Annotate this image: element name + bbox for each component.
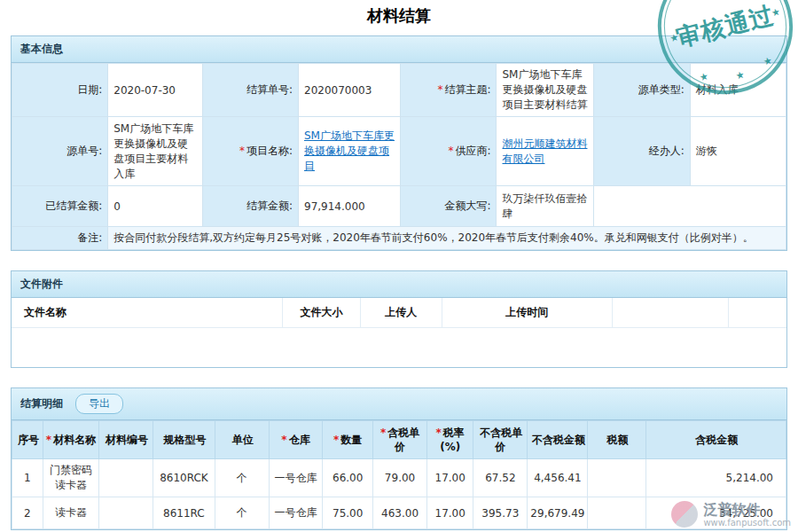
- info-row-2: 源单号: SM广场地下车库更换摄像机及硬盘项目主要材料入库 *项目名称: SM广…: [12, 117, 786, 186]
- cell-warehouse: 一号仓库: [269, 459, 323, 497]
- cell-tax-rate: 17.00: [427, 497, 473, 529]
- field-label-amount-caps: 金额大写:: [401, 186, 497, 227]
- field-value-date: 2020-07-30: [108, 64, 203, 117]
- brand-name: 泛普软件: [703, 501, 791, 518]
- attachments-empty-area: [12, 328, 786, 367]
- field-label-settled-amount: 已结算金额:: [12, 186, 108, 227]
- cell-spec-model: 8610RCK: [153, 459, 215, 497]
- brand-watermark: 泛普软件 www.fanpusoft.com: [671, 501, 791, 528]
- col-amount-taxed: 含税金额: [645, 421, 786, 459]
- cell-material-name: 读卡器: [43, 497, 98, 529]
- cell-tax-amount: [588, 497, 645, 529]
- cell-seq: 2: [12, 497, 43, 529]
- attachments-header-row: 文件名称 文件大小 上传人 上传时间: [12, 298, 786, 328]
- col-tax-rate: *税率(%): [427, 421, 473, 459]
- details-table: 序号 *材料名称 材料编号 规格型号 单位 *仓库 *数量 *含税单价 *税率(…: [12, 420, 786, 529]
- field-value-supplier: 潮州元顺建筑材料有限公司: [497, 117, 594, 186]
- col-material-name: *材料名称: [43, 421, 98, 459]
- col-spec-model: 规格型号: [153, 421, 215, 459]
- field-value-source-no: SM广场地下车库更换摄像机及硬盘项目主要材料入库: [108, 117, 203, 186]
- cell-quantity: 66.00: [323, 459, 373, 497]
- export-button[interactable]: 导出: [75, 394, 123, 414]
- cell-unit: 个: [215, 497, 269, 529]
- col-uploader: 上传人: [360, 298, 442, 328]
- info-row-1: 日期: 2020-07-30 结算单号: 2020070003 *结算主题: S…: [12, 64, 786, 117]
- field-value-settle-no: 2020070003: [299, 64, 401, 117]
- field-value-amount-caps: 玖万柒仟玖佰壹拾肆: [497, 186, 594, 227]
- col-upload-time: 上传时间: [442, 298, 612, 328]
- cell-spec-model: 8611RC: [153, 497, 215, 529]
- field-label-settle-no: 结算单号:: [202, 64, 298, 117]
- cell-tax-amount: [588, 459, 645, 497]
- cell-material-name: 门禁密码读卡器: [43, 459, 98, 497]
- field-label-handler: 经办人:: [594, 117, 690, 186]
- cell-amount-untaxed: 29,679.49: [528, 497, 588, 529]
- col-file-size: 文件大小: [283, 298, 360, 328]
- attachments-table: 文件名称 文件大小 上传人 上传时间: [12, 298, 786, 328]
- info-row-remark: 备注: 按合同付款分段结算,双方约定每月25号对账，2020年春节前支付60%，…: [12, 227, 786, 250]
- field-label-supplier: *供应商:: [401, 117, 497, 186]
- details-header: 结算明细 导出: [12, 388, 786, 420]
- info-row-3: 已结算金额: 0 结算金额: 97,914.000 金额大写: 玖万柒仟玖佰壹拾…: [12, 186, 786, 227]
- field-value-handler: 游恢: [690, 117, 786, 186]
- field-value-settle-topic: SM广场地下车库更换摄像机及硬盘项目主要材料结算: [497, 64, 594, 117]
- basic-info-title: 基本信息: [20, 42, 63, 57]
- col-empty-2: [728, 298, 786, 328]
- basic-info-table: 日期: 2020-07-30 结算单号: 2020070003 *结算主题: S…: [12, 63, 786, 250]
- attachments-section: 文件附件 文件名称 文件大小 上传人 上传时间: [11, 270, 787, 368]
- field-label-settle-amount: 结算金额:: [202, 186, 298, 227]
- cell-amount-taxed: 5,214.00: [645, 459, 786, 497]
- field-value-settled-amount: 0: [108, 186, 203, 227]
- col-material-code: 材料编号: [99, 421, 153, 459]
- field-label-remark: 备注:: [12, 227, 108, 250]
- col-empty-1: [612, 298, 728, 328]
- field-label-settle-topic: *结算主题:: [401, 64, 497, 117]
- cell-amount-untaxed: 4,456.41: [528, 459, 588, 497]
- cell-warehouse: 一号仓库: [269, 497, 323, 529]
- cell-price-untaxed: 395.73: [473, 497, 528, 529]
- field-label-source-no: 源单号:: [12, 117, 108, 186]
- supplier-link[interactable]: 潮州元顺建筑材料有限公司: [502, 137, 587, 165]
- field-label-source-type: 源单类型:: [594, 64, 690, 117]
- col-seq: 序号: [12, 421, 43, 459]
- cell-seq: 1: [12, 459, 43, 497]
- cell-material-code: [99, 497, 153, 529]
- cell-price-taxed: 463.00: [373, 497, 427, 529]
- field-value-source-type: 材料入库: [690, 64, 786, 117]
- attachments-header: 文件附件: [12, 271, 786, 298]
- field-label-project: *项目名称:: [202, 117, 298, 186]
- brand-url: www.fanpusoft.com: [703, 518, 791, 528]
- col-warehouse: *仓库: [269, 421, 323, 459]
- col-file-name: 文件名称: [12, 298, 283, 328]
- col-unit: 单位: [215, 421, 269, 459]
- field-value-settle-amount: 97,914.000: [299, 186, 401, 227]
- col-price-taxed: *含税单价: [373, 421, 427, 459]
- attachments-title: 文件附件: [20, 277, 63, 292]
- cell-price-taxed: 79.00: [373, 459, 427, 497]
- basic-info-header: 基本信息: [12, 36, 786, 63]
- field-label-date: 日期:: [12, 64, 108, 117]
- cell-material-code: [99, 459, 153, 497]
- cell-quantity: 75.00: [323, 497, 373, 529]
- project-link[interactable]: SM广场地下车库更换摄像机及硬盘项目: [304, 129, 395, 172]
- col-amount-untaxed: 不含税金额: [528, 421, 588, 459]
- col-price-untaxed: 不含税单价: [473, 421, 528, 459]
- table-row: 2 读卡器 8611RC 个 一号仓库 75.00 463.00 17.00 3…: [12, 497, 786, 529]
- cell-price-untaxed: 67.52: [473, 459, 528, 497]
- page-title: 材料结算: [0, 5, 798, 27]
- col-quantity: *数量: [323, 421, 373, 459]
- col-tax-amount: 税额: [588, 421, 645, 459]
- cell-unit: 个: [215, 459, 269, 497]
- cell-tax-rate: 17.00: [427, 459, 473, 497]
- basic-info-section: 基本信息 日期: 2020-07-30 结算单号: 2020070003 *结算…: [11, 35, 787, 251]
- brand-logo-icon: [671, 501, 698, 528]
- empty-cell: [594, 186, 786, 227]
- table-row: 1 门禁密码读卡器 8610RCK 个 一号仓库 66.00 79.00 17.…: [12, 459, 786, 497]
- field-value-remark: 按合同付款分段结算,双方约定每月25号对账，2020年春节前支付60%，2020…: [108, 227, 786, 250]
- details-header-row: 序号 *材料名称 材料编号 规格型号 单位 *仓库 *数量 *含税单价 *税率(…: [12, 421, 786, 459]
- details-title: 结算明细: [20, 396, 63, 411]
- field-value-project: SM广场地下车库更换摄像机及硬盘项目: [299, 117, 401, 186]
